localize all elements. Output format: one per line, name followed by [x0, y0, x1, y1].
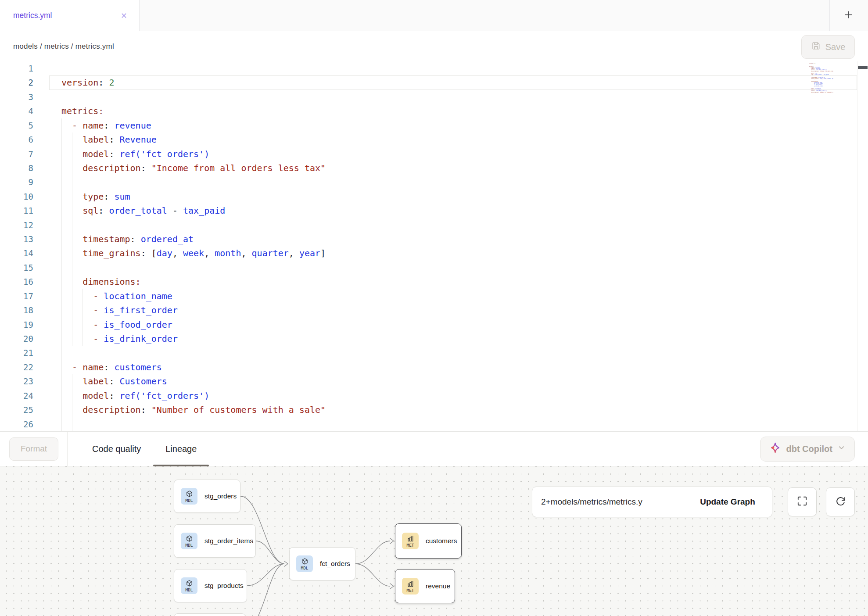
- indent-guide: [61, 417, 62, 431]
- tab-title: metrics.yml: [13, 11, 119, 20]
- code-line[interactable]: 10 type: sum: [0, 190, 868, 204]
- code-line[interactable]: 21: [0, 346, 868, 360]
- line-number[interactable]: 19: [0, 318, 44, 332]
- lineage-node-revenue[interactable]: METrevenue: [395, 569, 455, 603]
- line-number[interactable]: 23: [0, 374, 44, 388]
- code-line[interactable]: 22 - name: customers: [0, 360, 868, 374]
- model-badge: MDL: [181, 488, 197, 505]
- save-button[interactable]: Save: [801, 35, 855, 59]
- code-line[interactable]: 6 label: Revenue: [0, 133, 868, 147]
- line-number[interactable]: 21: [0, 346, 44, 360]
- line-number[interactable]: 12: [0, 218, 44, 232]
- fullscreen-button[interactable]: [788, 487, 817, 516]
- indent-guide: [61, 118, 62, 133]
- line-number[interactable]: 18: [0, 303, 44, 317]
- code-line[interactable]: 16 dimensions:: [0, 275, 868, 289]
- code-line[interactable]: 18 - is_first_order: [0, 303, 868, 317]
- indent-guide: [72, 403, 72, 417]
- line-number[interactable]: 6: [0, 133, 44, 147]
- toolbar-divider: [67, 432, 68, 466]
- line-number[interactable]: 15: [0, 261, 44, 275]
- node-label: revenue: [426, 582, 450, 590]
- line-number[interactable]: 26: [0, 417, 44, 431]
- code-line[interactable]: 2version: 2: [0, 75, 868, 90]
- indent-guide: [61, 275, 62, 289]
- dbt-copilot-button[interactable]: dbt Copilot: [760, 437, 855, 462]
- format-button[interactable]: Format: [9, 437, 58, 461]
- code-line[interactable]: 15: [0, 261, 868, 275]
- line-number[interactable]: 17: [0, 289, 44, 303]
- line-number[interactable]: 5: [0, 118, 44, 133]
- line-number[interactable]: 4: [0, 104, 44, 118]
- tab-metrics-yml[interactable]: metrics.yml: [0, 0, 140, 31]
- code-line[interactable]: 23 label: Customers: [0, 374, 868, 388]
- code-line[interactable]: 1: [0, 61, 868, 75]
- line-number[interactable]: 16: [0, 275, 44, 289]
- minimap[interactable]: version: 2metrics: - name: revenue label…: [809, 62, 833, 111]
- code-line[interactable]: 5 - name: revenue: [0, 118, 868, 133]
- indent-guide: [82, 332, 83, 346]
- update-graph-button[interactable]: Update Graph: [683, 487, 772, 517]
- line-number[interactable]: 9: [0, 175, 44, 189]
- node-label: stg_orders: [204, 492, 237, 500]
- refresh-button[interactable]: [826, 487, 855, 516]
- indent-guide: [82, 289, 83, 303]
- file-header-row: models / metrics / metrics.yml Save: [0, 31, 868, 61]
- lineage-node-stg_orders[interactable]: MDLstg_orders: [174, 480, 240, 513]
- indent-guide: [61, 204, 62, 218]
- code-line[interactable]: 26: [0, 417, 868, 431]
- close-icon[interactable]: [119, 11, 129, 21]
- code-line[interactable]: 4metrics:: [0, 104, 868, 118]
- line-number[interactable]: 11: [0, 204, 44, 218]
- code-line[interactable]: 3: [0, 90, 868, 104]
- line-number[interactable]: 13: [0, 232, 44, 246]
- line-number[interactable]: 3: [0, 90, 44, 104]
- line-number[interactable]: 20: [0, 332, 44, 346]
- indent-guide: [72, 261, 72, 275]
- tab-lineage-label: Lineage: [165, 444, 197, 454]
- lineage-canvas[interactable]: MDLstg_ordersMDLstg_order_itemsMDLstg_pr…: [0, 466, 868, 616]
- code-line[interactable]: 7 model: ref('fct_orders'): [0, 147, 868, 161]
- model-selector-group: Update Graph: [532, 487, 772, 517]
- code-line[interactable]: 25 description: "Number of customers wit…: [0, 403, 868, 417]
- indent-guide: [72, 175, 72, 189]
- indent-guide: [72, 332, 72, 346]
- line-number[interactable]: 2: [0, 75, 44, 90]
- code-line[interactable]: 14 time_grains: [day, week, month, quart…: [0, 246, 868, 260]
- code-line[interactable]: 13 timestamp: ordered_at: [0, 232, 868, 246]
- code-line[interactable]: 9: [0, 175, 868, 189]
- tab-bar-separator: [829, 0, 830, 31]
- indent-guide: [61, 389, 62, 403]
- model-selector-input[interactable]: [532, 487, 683, 517]
- code-line[interactable]: 12: [0, 218, 868, 232]
- lineage-node-stg_partial[interactable]: MDL: [174, 613, 246, 616]
- badge-type-label: MDL: [301, 566, 308, 570]
- lineage-node-fct_orders[interactable]: MDLfct_orders: [289, 547, 355, 580]
- code-line[interactable]: 24 model: ref('fct_orders'): [0, 389, 868, 403]
- tab-lineage[interactable]: Lineage: [153, 432, 209, 466]
- code-editor[interactable]: 12version: 234metrics:5 - name: revenue6…: [0, 61, 868, 431]
- tab-code-quality-label: Code quality: [92, 444, 141, 454]
- code-line[interactable]: 17 - location_name: [0, 289, 868, 303]
- lineage-node-customers[interactable]: METcustomers: [395, 523, 462, 559]
- line-number[interactable]: 22: [0, 360, 44, 374]
- indent-guide: [61, 147, 62, 161]
- line-number[interactable]: 1: [0, 61, 44, 75]
- tab-code-quality[interactable]: Code quality: [80, 432, 153, 466]
- node-label: stg_order_items: [204, 537, 253, 545]
- line-number[interactable]: 24: [0, 389, 44, 403]
- new-tab-button[interactable]: [837, 4, 859, 26]
- lineage-node-stg_order_items[interactable]: MDLstg_order_items: [174, 524, 256, 558]
- code-line[interactable]: 20 - is_drink_order: [0, 332, 868, 346]
- indent-guide: [72, 289, 72, 303]
- code-line[interactable]: 11 sql: order_total - tax_paid: [0, 204, 868, 218]
- code-line[interactable]: 8 description: "Income from all orders l…: [0, 161, 868, 175]
- code-line[interactable]: 19 - is_food_order: [0, 318, 868, 332]
- lineage-node-stg_products[interactable]: MDLstg_products: [174, 569, 247, 602]
- line-number[interactable]: 8: [0, 161, 44, 175]
- indent-guide: [61, 133, 62, 147]
- line-number[interactable]: 7: [0, 147, 44, 161]
- line-number[interactable]: 14: [0, 246, 44, 260]
- line-number[interactable]: 25: [0, 403, 44, 417]
- line-number[interactable]: 10: [0, 190, 44, 204]
